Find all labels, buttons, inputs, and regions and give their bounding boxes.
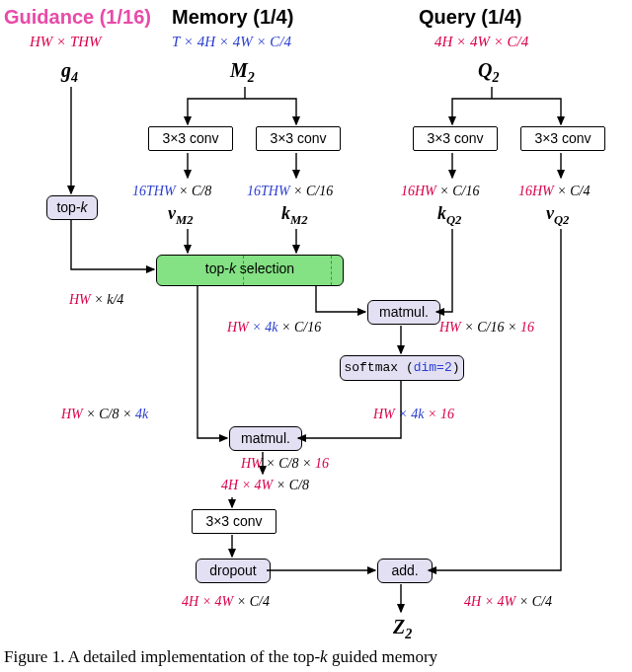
header-guidance: Guidance (1/16) bbox=[4, 6, 151, 29]
header-query: Query (1/4) bbox=[419, 6, 521, 29]
dim-final-right: 4H × 4W × C/4 bbox=[464, 594, 552, 610]
dim-mm1-left: HW × 4k × C/16 bbox=[227, 320, 321, 336]
var-g4: g4 bbox=[61, 59, 78, 86]
dim-memory: T × 4H × 4W × C/4 bbox=[172, 34, 291, 50]
topk-selection-box: top-k selection bbox=[156, 255, 344, 286]
dim-km2: 16THW × C/16 bbox=[247, 184, 333, 199]
var-vQ2: vQ2 bbox=[546, 203, 569, 228]
conv-query-left: 3×3 conv bbox=[413, 126, 498, 151]
dim-mm1-right: HW × C/16 × 16 bbox=[439, 320, 534, 336]
dim-vpath: HW × C/8 × 4k bbox=[61, 407, 148, 422]
var-M2: M2 bbox=[230, 59, 255, 86]
dim-vm2: 16THW × C/8 bbox=[132, 184, 211, 199]
matmul-2: matmul. bbox=[229, 426, 302, 451]
conv-query-right: 3×3 conv bbox=[520, 126, 605, 151]
conv-bottom: 3×3 conv bbox=[192, 509, 276, 534]
dim-guidance: HW × THW bbox=[30, 34, 102, 50]
dropout-box: dropout bbox=[196, 559, 271, 583]
dim-kq2: 16HW × C/16 bbox=[401, 184, 479, 199]
topk-box: top-k bbox=[46, 195, 98, 220]
dim-reshape: 4H × 4W × C/8 bbox=[221, 478, 309, 493]
var-Q2: Q2 bbox=[478, 59, 499, 86]
dim-mm2-out: HW × C/8 × 16 bbox=[241, 456, 329, 472]
var-vM2: vM2 bbox=[168, 203, 194, 228]
dim-vq2: 16HW × C/4 bbox=[518, 184, 590, 199]
figure-caption: Figure 1. A detailed implementation of t… bbox=[4, 647, 626, 667]
dim-topk-out: HW × k/4 bbox=[69, 292, 123, 308]
conv-mem-left: 3×3 conv bbox=[148, 126, 233, 151]
var-kQ2: kQ2 bbox=[437, 203, 461, 228]
add-box: add. bbox=[377, 559, 433, 583]
conv-mem-right: 3×3 conv bbox=[256, 126, 341, 151]
softmax-box: softmax (dim=2) bbox=[340, 355, 464, 381]
var-kM2: kM2 bbox=[281, 203, 308, 228]
dim-softmax-out: HW × 4k × 16 bbox=[373, 407, 454, 422]
dim-final-left: 4H × 4W × C/4 bbox=[182, 594, 270, 610]
dim-query: 4H × 4W × C/4 bbox=[434, 34, 528, 50]
header-memory: Memory (1/4) bbox=[172, 6, 293, 29]
var-Z2: Z2 bbox=[393, 616, 412, 642]
matmul-1: matmul. bbox=[367, 300, 440, 325]
